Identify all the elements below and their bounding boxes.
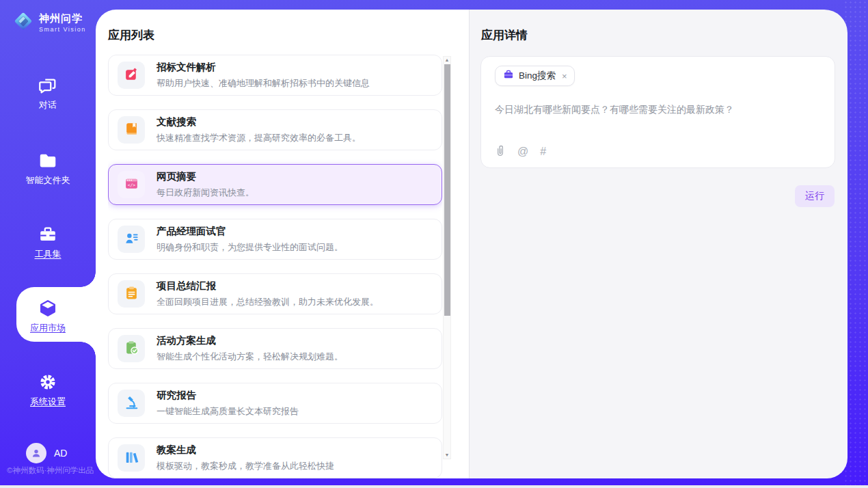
app-name: 活动方案生成 [157,334,343,347]
app-icon-tile [118,444,145,472]
webpage-icon: </> [124,176,139,194]
app-icon-tile [118,390,145,417]
scrollbar-thumb[interactable] [444,64,450,316]
hash-icon[interactable]: # [540,146,546,157]
app-name: 教案生成 [157,444,334,457]
gear-icon [0,372,96,392]
app-icon-tile [118,62,145,89]
tender-doc-icon [124,66,139,85]
app-card-list: 招标文件解析 帮助用户快速、准确地理解和解析招标书中的关键信息 文献搜索 [108,55,442,478]
sidebar-item-label: 应用市场 [0,322,96,334]
app-icon-tile [118,226,145,253]
user-initials: AD [54,448,67,459]
app-name: 项目总结汇报 [157,280,379,293]
books-icon [124,449,139,467]
app-icon-tile [118,280,145,308]
copyright-text: ©神州数码·神州问学出品 [7,465,94,476]
sidebar-item-settings[interactable]: 系统设置 [0,372,96,408]
sidebar-item-label: 智能文件夹 [0,174,96,187]
app-detail-title: 应用详情 [481,27,528,43]
app-desc: 明确身份和职责，为您提供专业性的面试问题。 [157,241,343,254]
app-card-doc-search[interactable]: 文献搜索 快速精准查找学术资源，提高研究效率的必备工具。 [108,109,442,150]
sidebar-item-toolbox[interactable]: 工具集 [0,224,96,260]
app-card-lesson-plan[interactable]: 教案生成 模板驱动，教案秒成，教学准备从此轻松快捷 [108,437,442,478]
app-card-pm-interviewer[interactable]: 产品经理面试官 明确身份和职责，为您提供专业性的面试问题。 [108,219,442,260]
paperclip-icon[interactable] [495,144,506,159]
microscope-icon [124,394,139,413]
brand-subtitle: Smart Vision [39,26,86,33]
toolbox-icon [0,224,96,245]
sidebar-item-label: 对话 [0,99,96,111]
sidebar-item-app-market[interactable]: 应用市场 [0,298,96,334]
app-list-panel: 应用列表 招标文件解析 帮助用户快速、准确地理解和解析招标书中的关键信息 [96,10,469,478]
scrollbar[interactable]: ▲ ▼ [443,56,451,459]
app-card-research-report[interactable]: 研究报告 一键智能生成高质量长文本研究报告 [108,383,442,424]
app-card-project-report[interactable]: 项目总结汇报 全面回顾项目进展，总结经验教训，助力未来优化发展。 [108,273,442,314]
scroll-up-icon[interactable]: ▲ [444,57,450,64]
query-input[interactable]: 今日湖北有哪些新闻要点？有哪些需要关注的最新政策？ [495,103,821,117]
clipboard-icon [124,285,139,303]
app-desc: 全面回顾项目进展，总结经验教训，助力未来优化发展。 [157,296,379,308]
app-card-web-summary[interactable]: </> 网页摘要 每日政府新闻资讯快查。 [108,164,442,205]
app-name: 研究报告 [157,389,299,402]
tool-tag-label: Bing搜索 [519,70,556,82]
app-desc: 快速精准查找学术资源，提高研究效率的必备工具。 [157,132,361,144]
app-card-tender-parse[interactable]: 招标文件解析 帮助用户快速、准确地理解和解析招标书中的关键信息 [108,55,442,96]
app-icon-tile [118,335,145,362]
app-list-title: 应用列表 [108,27,154,43]
input-toolbar: @ # [495,144,821,159]
book-icon [124,121,139,139]
folder-icon [0,150,96,171]
app-icon-tile: </> [118,171,145,198]
app-window: 神州问学 Smart Vision 对话 智能文件夹 [0,0,868,485]
close-icon[interactable]: × [562,71,567,81]
prompt-card: Bing搜索 × 今日湖北有哪些新闻要点？有哪些需要关注的最新政策？ @ # [480,56,835,168]
app-desc: 模板驱动，教案秒成，教学准备从此轻松快捷 [157,460,334,472]
tool-tag-bing-search[interactable]: Bing搜索 × [495,66,575,86]
scroll-down-icon[interactable]: ▼ [444,452,450,459]
app-desc: 每日政府新闻资讯快查。 [157,187,254,199]
cube-icon [0,298,96,318]
chat-icon [0,75,96,96]
app-name: 网页摘要 [157,170,254,183]
brand-name: 神州问学 [39,12,86,25]
app-desc: 帮助用户快速、准确地理解和解析招标书中的关键信息 [157,77,370,90]
app-name: 文献搜索 [157,116,361,128]
sidebar-item-chat[interactable]: 对话 [0,75,96,111]
app-name: 产品经理面试官 [157,225,343,238]
app-card-activity-plan[interactable]: 活动方案生成 智能生成个性化活动方案，轻松解决规划难题。 [108,328,442,369]
app-name: 招标文件解析 [157,61,370,74]
svg-text:</>: </> [127,182,135,187]
plan-check-icon [124,340,139,358]
content-area: 应用列表 招标文件解析 帮助用户快速、准确地理解和解析招标书中的关键信息 [96,10,847,478]
sidebar: 神州问学 Smart Vision 对话 智能文件夹 [0,0,96,485]
sidebar-item-label: 工具集 [0,248,96,260]
sidebar-item-label: 系统设置 [0,396,96,408]
mention-at-icon[interactable]: @ [517,146,528,157]
briefcase-icon [503,69,514,83]
app-desc: 一键智能生成高质量长文本研究报告 [157,405,299,418]
app-icon-tile [118,116,145,144]
diamond-logo-icon [12,10,34,35]
brand-logo: 神州问学 Smart Vision [12,10,86,35]
avatar [26,443,46,463]
app-detail-panel: 应用详情 Bing搜索 × 今日湖北有哪些新闻要点？有哪些需要关注的最新政策？ [469,10,847,478]
interviewer-icon [124,230,139,249]
app-desc: 智能生成个性化活动方案，轻松解决规划难题。 [157,351,343,363]
sidebar-item-smart-folder[interactable]: 智能文件夹 [0,150,96,187]
run-button[interactable]: 运行 [795,185,835,207]
user-profile[interactable]: AD [26,443,67,463]
